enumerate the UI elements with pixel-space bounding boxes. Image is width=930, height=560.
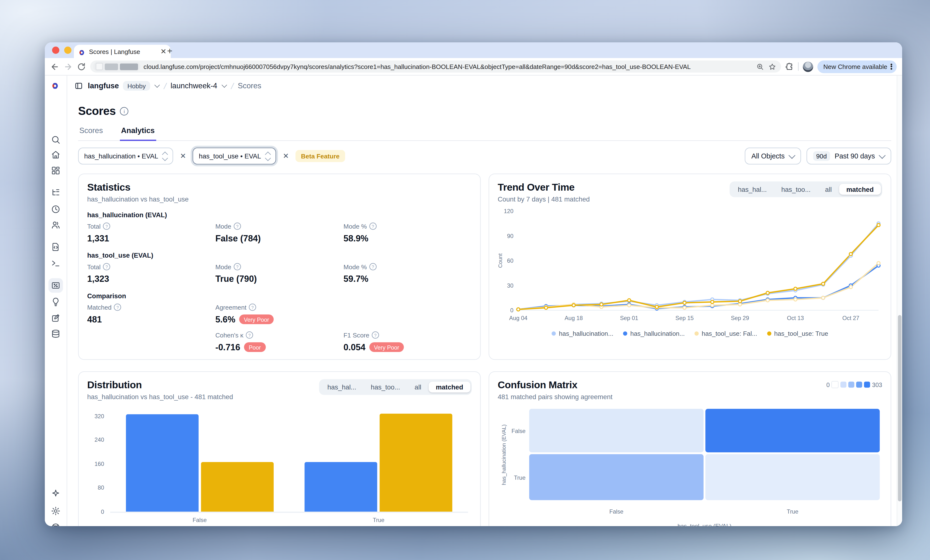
segment-button-hashal[interactable]: has_hal... — [320, 382, 363, 393]
chrome-update-label: New Chrome available — [824, 63, 887, 70]
segment-button-hastoo[interactable]: has_too... — [363, 382, 407, 393]
filter-row: has_hallucination • EVAL ✕ has_tool_use … — [78, 147, 892, 164]
segment-button-hastoo[interactable]: has_too... — [774, 184, 818, 195]
minimize-window-button[interactable] — [64, 47, 71, 54]
help-icon[interactable]: ? — [246, 331, 253, 339]
zoom-icon[interactable] — [756, 63, 764, 71]
sidebar-item-dashboard-icon[interactable] — [51, 166, 60, 175]
section-heading: Comparison — [87, 292, 472, 299]
sidebar-item-evaluation-lightbulb-icon[interactable] — [51, 297, 60, 307]
sidebar-item-support-lifebuoy-icon[interactable] — [51, 523, 60, 526]
address-bar[interactable]: cloud.langfuse.com/project/cmhnuoj660007… — [90, 60, 781, 72]
sidebar-item-prompts-file-icon[interactable] — [51, 242, 60, 252]
browser-tab[interactable]: Scores | Langfuse ✕ — [74, 45, 171, 58]
bar-has_tool_use-False[interactable] — [201, 462, 273, 512]
sidebar-item-datasets-database-icon[interactable] — [51, 329, 60, 339]
trend-view-segment: has_hal...has_too...allmatched — [730, 181, 882, 197]
scrollbar-thumb[interactable] — [898, 315, 902, 502]
reload-icon[interactable] — [77, 62, 86, 71]
section-heading: has_tool_use (EVAL) — [87, 252, 472, 259]
extensions-puzzle-icon[interactable] — [785, 62, 794, 71]
back-icon[interactable] — [50, 62, 60, 71]
matrix-cell-True-False[interactable] — [529, 454, 704, 500]
help-icon[interactable]: ? — [370, 222, 377, 230]
quality-badge: Very Poor — [369, 342, 404, 352]
matrix-cell-True-True[interactable] — [705, 454, 880, 500]
forward-icon[interactable] — [64, 62, 73, 71]
metric-agreement: Agreement ? 5.6% Very Poor — [215, 304, 343, 324]
plan-badge: Hobby — [123, 81, 150, 91]
sidebar-item-search-icon[interactable] — [51, 135, 60, 145]
object-type-select[interactable]: All Objects — [745, 147, 801, 164]
org-name[interactable]: langfuse — [88, 82, 119, 90]
close-window-button[interactable] — [52, 47, 59, 54]
sidebar-item-whats-new-sparkle-icon[interactable] — [51, 489, 60, 498]
sidebar-item-scores-icon[interactable] — [48, 278, 63, 293]
bar-has_tool_use-True[interactable] — [380, 414, 453, 512]
object-type-value: All Objects — [751, 152, 785, 160]
page-tabs: Scores Analytics — [78, 126, 892, 141]
langfuse-logo-icon — [51, 82, 59, 90]
help-icon[interactable]: ? — [103, 222, 110, 230]
bookmark-star-icon[interactable] — [768, 63, 776, 71]
metric-matched: Matched ? 481 — [87, 304, 215, 324]
segment-button-hashal[interactable]: has_hal... — [731, 184, 774, 195]
segment-button-matched[interactable]: matched — [839, 184, 881, 195]
confusion-subtitle: 481 matched pairs showing agreement — [498, 393, 613, 400]
matrix-cell-False-True[interactable] — [705, 409, 880, 453]
page-scrollbar[interactable] — [897, 76, 902, 526]
score1-select[interactable]: has_hallucination • EVAL — [78, 147, 173, 164]
tab-scores[interactable]: Scores — [78, 126, 104, 141]
sidebar-item-home-icon[interactable] — [51, 150, 60, 160]
date-range-select[interactable]: 90d Past 90 days — [807, 147, 891, 164]
help-icon[interactable]: ? — [370, 263, 377, 270]
matrix-cell-False-False[interactable] — [529, 409, 704, 453]
tab-analytics[interactable]: Analytics — [120, 126, 156, 141]
project-chevron-down-icon[interactable] — [222, 82, 227, 87]
distribution-bar-chart: 080160240320FalseTrue — [87, 405, 472, 526]
chrome-update-pill[interactable]: New Chrome available ••• — [818, 60, 897, 73]
y-axis-label: has_hallucination (EVAL) — [501, 416, 507, 494]
legend-item: has_hallucination... — [623, 330, 685, 337]
tab-close-icon[interactable]: ✕ — [160, 48, 166, 55]
distribution-title: Distribution — [87, 379, 233, 391]
score2-select[interactable]: has_tool_use • EVAL — [193, 147, 276, 164]
section-heading: has_hallucination (EVAL) — [87, 211, 472, 218]
help-icon[interactable]: ? — [234, 263, 241, 270]
quality-badge: Poor — [244, 342, 266, 352]
select-updown-icon — [163, 152, 167, 160]
langfuse-favicon-icon — [78, 48, 86, 55]
distribution-card: Distribution has_hallucination vs has_to… — [78, 371, 481, 526]
sidebar-item-playground-terminal-icon[interactable] — [51, 258, 60, 268]
sidebar-toggle-icon[interactable] — [75, 82, 83, 90]
help-icon[interactable]: ? — [234, 222, 241, 230]
help-icon[interactable]: ? — [114, 304, 121, 311]
sidebar-item-settings-gear-icon[interactable] — [51, 506, 60, 516]
segment-button-matched[interactable]: matched — [428, 382, 470, 393]
help-icon[interactable]: ? — [103, 263, 110, 270]
org-chevron-down-icon[interactable] — [154, 82, 160, 87]
help-icon[interactable]: ? — [372, 331, 379, 339]
chrome-menu-icon[interactable]: ••• — [890, 63, 893, 70]
info-icon[interactable]: i — [120, 107, 128, 116]
help-icon[interactable]: ? — [249, 304, 256, 311]
trend-legend: has_hallucination...has_hallucination...… — [498, 330, 882, 337]
segment-button-all[interactable]: all — [818, 184, 839, 195]
metric-mode: Mode ? False (784) — [215, 222, 343, 243]
score1-remove-icon[interactable]: ✕ — [179, 152, 187, 160]
toolbar-divider — [798, 62, 799, 71]
profile-avatar[interactable] — [803, 61, 813, 72]
segment-button-all[interactable]: all — [407, 382, 429, 393]
bar-has_hallucination-False[interactable] — [126, 414, 199, 512]
sidebar-item-tracing-icon[interactable] — [51, 188, 60, 198]
bar-has_hallucination-True[interactable] — [305, 462, 377, 512]
sidebar-item-sessions-clock-icon[interactable] — [51, 204, 60, 214]
legend-item: has_tool_use: Fal... — [694, 330, 757, 337]
project-name[interactable]: launchweek-4 — [171, 82, 217, 90]
score2-remove-icon[interactable]: ✕ — [282, 152, 290, 160]
breadcrumb: langfuse Hobby / launchweek-4 / Scores — [88, 81, 261, 91]
sidebar-item-annotation-icon[interactable] — [51, 313, 60, 323]
confusion-color-scale: 0303 — [826, 381, 882, 388]
new-tab-button[interactable]: + — [167, 46, 172, 56]
sidebar-item-users-icon[interactable] — [51, 220, 60, 230]
